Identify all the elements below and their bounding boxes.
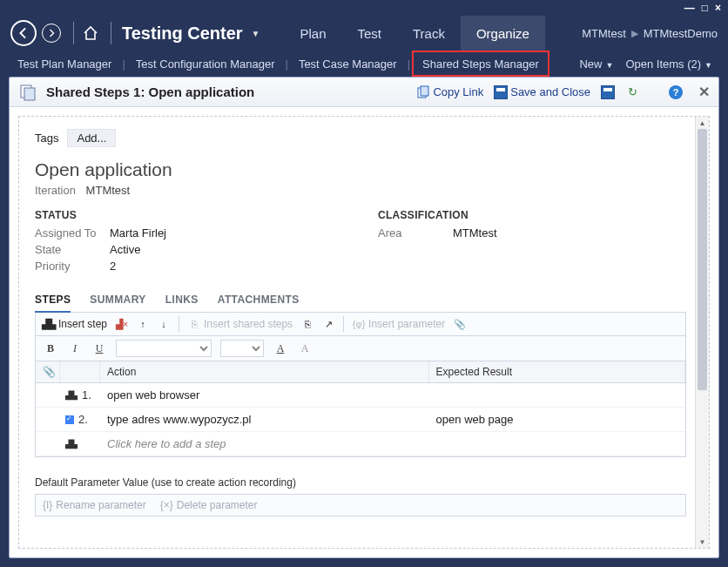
area-value[interactable]: MTMtest: [453, 226, 497, 240]
default-parameter-heading: Default Parameter Value (use to create a…: [35, 476, 686, 489]
card-header: Shared Steps 1: Open application Copy Li…: [10, 78, 718, 107]
open-shared-button[interactable]: ↗: [322, 318, 334, 330]
app-window: — □ × Testing Center ▼ Plan Test Track O…: [0, 0, 728, 567]
col-number: [60, 361, 100, 382]
step-action[interactable]: open web browser: [100, 383, 429, 407]
step-action[interactable]: type adres www.wypozycz.pl: [100, 408, 429, 431]
insert-parameter-button[interactable]: {φ} Insert parameter: [353, 318, 445, 330]
clear-format-button[interactable]: A: [297, 342, 313, 355]
forward-button[interactable]: [42, 24, 61, 43]
close-card-button[interactable]: ✕: [698, 84, 710, 100]
step-row[interactable]: ▟▙1. open web browser: [36, 383, 685, 408]
card-title: Shared Steps 1: Open application: [46, 84, 254, 99]
app-header: Testing Center ▼ Plan Test Track Organiz…: [0, 16, 728, 51]
help-button[interactable]: ?: [669, 85, 683, 99]
bold-button[interactable]: B: [43, 342, 58, 355]
tab-plan[interactable]: Plan: [284, 16, 341, 51]
classification-heading: CLASSIFICATION: [378, 209, 686, 221]
maximize-button[interactable]: □: [702, 2, 708, 14]
insert-step-icon: ▟▙: [43, 318, 55, 330]
inner-tab-steps[interactable]: STEPS: [35, 288, 71, 313]
step-row[interactable]: ✓2. type adres www.wypozycz.pl open web …: [36, 408, 685, 432]
step-icon: ▟▙: [65, 440, 78, 449]
font-family-select[interactable]: [116, 340, 212, 357]
inner-tab-links[interactable]: LINKS: [165, 288, 199, 312]
svg-rect-3: [421, 86, 428, 96]
close-window-button[interactable]: ×: [715, 2, 721, 14]
copy-link-icon: [416, 85, 430, 99]
insert-shared-steps-button[interactable]: ⎘ Insert shared steps: [188, 318, 293, 330]
divider: [73, 22, 74, 44]
breadcrumb: MTMtest ▶ MTMtestDemo: [582, 27, 718, 40]
priority-label: Priority: [35, 260, 110, 273]
app-title: Testing Center: [122, 24, 243, 44]
delete-parameter-button[interactable]: {×} Delete parameter: [160, 499, 258, 511]
app-title-dropdown[interactable]: ▼: [252, 29, 260, 38]
scrollbar[interactable]: ▲ ▼: [695, 117, 709, 548]
scroll-down-arrow[interactable]: ▼: [696, 536, 709, 548]
italic-button[interactable]: I: [67, 342, 83, 355]
scroll-up-arrow[interactable]: ▲: [696, 117, 709, 129]
workitem-inner-tabs: STEPS SUMMARY LINKS ATTACHMENTS: [35, 288, 686, 313]
breadcrumb-item[interactable]: MTMtestDemo: [644, 27, 718, 40]
delete-step-button[interactable]: ▟×: [116, 318, 128, 330]
state-label: State: [35, 243, 110, 256]
subnav-shared-steps-manager[interactable]: Shared Steps Manager: [412, 51, 549, 77]
save-and-close-icon: [494, 85, 508, 99]
col-action-header[interactable]: Action: [100, 361, 429, 382]
col-result-header[interactable]: Expected Result: [429, 361, 685, 382]
home-icon[interactable]: [81, 24, 100, 43]
font-color-button[interactable]: A: [273, 342, 288, 355]
priority-value[interactable]: 2: [110, 260, 116, 273]
validation-step-icon: ✓: [65, 415, 74, 424]
scroll-thumb[interactable]: [698, 129, 707, 390]
copy-link-button[interactable]: Copy Link: [416, 85, 483, 99]
move-up-button[interactable]: ↑: [137, 318, 149, 330]
new-dropdown[interactable]: New▼: [579, 57, 613, 71]
inner-tab-summary[interactable]: SUMMARY: [90, 288, 145, 312]
subnav-test-configuration-manager[interactable]: Test Configuration Manager: [127, 51, 284, 77]
insert-parameter-icon: {φ}: [353, 318, 365, 330]
svg-rect-1: [24, 88, 35, 100]
subnav-test-case-manager[interactable]: Test Case Manager: [290, 51, 406, 77]
open-items-dropdown[interactable]: Open Items (2)▼: [625, 57, 712, 71]
tab-organize[interactable]: Organize: [461, 16, 545, 51]
format-toolbar: B I U A A: [35, 336, 686, 361]
window-titlebar: — □ ×: [0, 0, 728, 16]
save-and-close-button[interactable]: Save and Close: [494, 85, 590, 99]
tab-track[interactable]: Track: [397, 16, 461, 51]
save-button[interactable]: [601, 85, 615, 99]
add-step-placeholder[interactable]: ▟▙ Click here to add a step: [36, 432, 685, 456]
move-down-button[interactable]: ↓: [158, 318, 170, 330]
step-result[interactable]: open web page: [429, 408, 685, 431]
iteration-value[interactable]: MTMtest: [86, 184, 131, 197]
rename-parameter-button[interactable]: {I} Rename parameter: [43, 499, 146, 511]
workitem-title[interactable]: Open application: [35, 159, 686, 180]
add-tag-button[interactable]: Add...: [67, 129, 116, 147]
refresh-button[interactable]: ↻: [625, 85, 639, 99]
breadcrumb-project[interactable]: MTMtest: [582, 27, 626, 40]
insert-step-button[interactable]: ▟▙ Insert step: [43, 318, 107, 330]
font-size-select[interactable]: [220, 340, 264, 357]
steps-grid: 📎 Action Expected Result ▟▙1. open web b…: [35, 361, 686, 457]
minimize-button[interactable]: —: [684, 2, 695, 14]
insert-shared-icon: ⎘: [188, 318, 200, 330]
assigned-to-value[interactable]: Marta Firlej: [110, 226, 166, 240]
back-button[interactable]: [10, 20, 37, 46]
delete-parameter-icon: {×}: [160, 499, 173, 511]
breadcrumb-sep-icon: ▶: [631, 28, 638, 39]
tab-test[interactable]: Test: [341, 16, 397, 51]
area-label: Area: [378, 226, 453, 240]
step-icon: ▟▙: [65, 391, 78, 400]
create-shared-button[interactable]: ⎘: [301, 318, 313, 330]
rename-parameter-icon: {I}: [43, 499, 52, 511]
primary-tabs: Plan Test Track Organize: [284, 16, 544, 51]
col-attachment-icon[interactable]: 📎: [36, 361, 60, 382]
state-value[interactable]: Active: [110, 243, 140, 256]
step-result[interactable]: [429, 383, 685, 407]
add-attachment-button[interactable]: 📎: [454, 318, 466, 330]
subnav-test-plan-manager[interactable]: Test Plan Manager: [9, 51, 120, 77]
inner-tab-attachments[interactable]: ATTACHMENTS: [218, 288, 300, 312]
underline-button[interactable]: U: [91, 342, 107, 355]
workitem-card: Shared Steps 1: Open application Copy Li…: [9, 77, 719, 558]
